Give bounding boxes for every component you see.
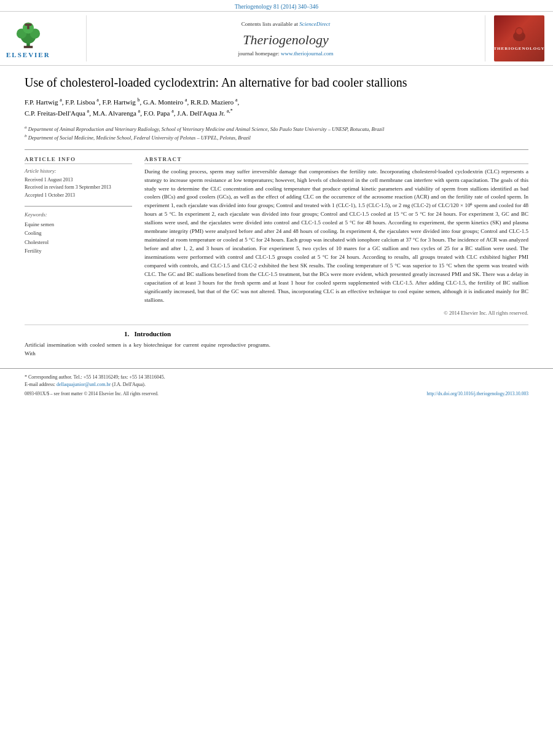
journal-ref-text: Theriogenology 81 (2014) 340–346 (235, 4, 318, 10)
journal-logo-box: THERIOGENOLOGY (494, 15, 544, 61)
abstract-heading: ABSTRACT (144, 156, 528, 164)
intro-two-col: 1. Introduction (25, 328, 528, 341)
issn-text: 0093-691X/$ – see front matter © 2014 El… (25, 391, 159, 396)
journal-title-header: Theriogenology (243, 32, 328, 48)
keyword-2: Cooling (25, 229, 132, 237)
two-col-section: ARTICLE INFO Article history: Received 1… (25, 156, 528, 316)
history-received: Received 1 August 2013 (25, 176, 132, 184)
svg-rect-7 (24, 45, 33, 48)
keyword-3: Cholesterol (25, 238, 132, 246)
article-title: Use of cholesterol-loaded cyclodextrin: … (25, 72, 528, 90)
svg-point-10 (516, 28, 522, 34)
elsevier-text: ELSEVIER (6, 51, 50, 58)
footer-area: * Corresponding author. Tel.: +55 14 381… (0, 368, 553, 401)
page-wrapper: Theriogenology 81 (2014) 340–346 (0, 0, 553, 401)
history-label: Article history: (25, 168, 132, 174)
elsevier-tree-icon (10, 19, 47, 50)
copyright-line: © 2014 Elsevier Inc. All rights reserved… (144, 310, 528, 316)
intro-body-col: Artificial insemination with cooled seme… (25, 341, 528, 358)
introduction-section: 1. Introduction Artificial insemination … (25, 325, 528, 358)
left-col: ARTICLE INFO Article history: Received 1… (25, 156, 132, 316)
history-revised: Received in revised form 3 September 201… (25, 184, 132, 192)
header-center: Contents lists available at ScienceDirec… (86, 15, 485, 61)
article-info-heading: ARTICLE INFO (25, 156, 132, 164)
intro-text-left: Artificial insemination with cooled seme… (25, 341, 270, 358)
keywords-section: Keywords: Equine semen Cooling Cholester… (25, 211, 132, 256)
intro-right (283, 328, 528, 341)
journal-logo-text: THERIOGENOLOGY (493, 46, 544, 52)
intro-body-left: Artificial insemination with cooled seme… (25, 341, 270, 358)
journal-ref-line: Theriogenology 81 (2014) 340–346 (0, 0, 553, 11)
divider-main (25, 149, 528, 150)
intro-title: 1. Introduction (25, 330, 270, 337)
article-history: Article history: Received 1 August 2013 … (25, 168, 132, 200)
doi-link[interactable]: http://dx.doi.org/10.1016/j.theriogenolo… (427, 391, 528, 396)
svg-rect-6 (25, 23, 31, 26)
intro-body-right (283, 341, 528, 358)
header-banner: ELSEVIER Contents lists available at Sci… (0, 11, 553, 66)
right-col: ABSTRACT During the cooling process, spe… (144, 156, 528, 316)
keyword-4: Fertility (25, 246, 132, 255)
sciencedirect-link[interactable]: ScienceDirect (299, 21, 330, 27)
authors-line: F.P. Hartwig a, F.P. Lisboa a, F.P. Hart… (25, 96, 528, 119)
footnote-email-link[interactable]: dellaquajunior@unl.com.br (57, 382, 111, 387)
history-accepted: Accepted 1 October 2013 (25, 192, 132, 200)
footnote-corresponding: * Corresponding author. Tel.: +55 14 381… (25, 374, 528, 388)
bottom-bar: 0093-691X/$ – see front matter © 2014 El… (25, 391, 528, 396)
sciencedirect-line: Contents lists available at ScienceDirec… (241, 21, 331, 27)
journal-logo-icon (510, 25, 528, 44)
elsevier-logo: ELSEVIER (6, 19, 50, 58)
intro-left: 1. Introduction (25, 328, 270, 341)
header-left: ELSEVIER (6, 15, 80, 61)
divider-history (25, 206, 132, 207)
header-right: THERIOGENOLOGY (492, 15, 547, 61)
main-content: Use of cholesterol-loaded cyclodextrin: … (0, 72, 553, 358)
keywords-label: Keywords: (25, 211, 132, 218)
keyword-1: Equine semen (25, 220, 132, 229)
journal-homepage: journal homepage: www.theriojournal.com (238, 50, 334, 57)
abstract-text: During the cooling process, sperm may su… (144, 168, 528, 305)
affiliations: a Department of Animal Reproduction and … (25, 124, 528, 142)
journal-homepage-link[interactable]: www.theriojournal.com (281, 50, 333, 57)
abstract-section: ABSTRACT During the cooling process, spe… (144, 156, 528, 316)
